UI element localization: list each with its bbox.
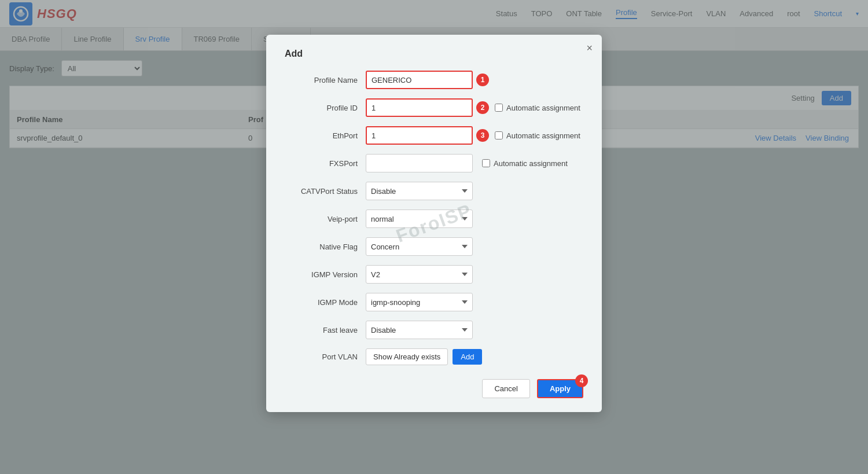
native-flag-select[interactable]: Concern No Concern [366,237,473,256]
catv-port-status-label: CATVPort Status [285,187,366,196]
fxs-port-label: FXSPort [285,159,366,168]
profile-id-label: Profile ID [285,104,366,112]
step-badge-1: 1 [476,74,489,86]
port-vlan-label: Port VLAN [285,352,366,361]
profile-name-row: Profile Name 1 [285,71,583,89]
profile-id-auto-assign: Automatic assignment [495,104,580,112]
add-vlan-button[interactable]: Add [453,349,482,365]
fast-leave-label: Fast leave [285,326,366,335]
fast-leave-select[interactable]: Disable Enable [366,321,473,339]
native-flag-row: Native Flag Concern No Concern [285,237,583,256]
eth-port-auto-assign: Automatic assignment [495,131,580,140]
modal-footer: Cancel Apply 4 [285,379,583,398]
show-already-exists-button[interactable]: Show Already exists [366,348,448,365]
step-badge-4: 4 [575,374,588,387]
catv-port-status-select[interactable]: Disable Enable [366,182,473,200]
modal-overlay: Add × ForoISP Profile Name 1 Profile ID … [0,0,868,474]
eth-port-input[interactable] [366,126,473,145]
modal-title: Add [285,49,583,59]
port-vlan-row: Port VLAN Show Already exists Add [285,348,583,365]
veip-port-label: Veip-port [285,215,366,223]
fxs-port-row: FXSPort Automatic assignment [285,154,583,172]
eth-port-auto-label: Automatic assignment [506,131,580,140]
fxs-port-auto-label: Automatic assignment [494,159,568,168]
veip-port-row: Veip-port normal [285,210,583,228]
step-badge-2: 2 [476,101,489,114]
eth-port-auto-checkbox[interactable] [495,131,503,139]
igmp-version-row: IGMP Version V2 V3 [285,265,583,284]
igmp-version-label: IGMP Version [285,270,366,279]
step-badge-3: 3 [476,129,489,142]
fxs-port-auto-checkbox[interactable] [482,159,490,167]
catv-port-status-row: CATVPort Status Disable Enable [285,182,583,200]
igmp-mode-row: IGMP Mode igmp-snooping igmp-proxy [285,293,583,311]
modal-close-button[interactable]: × [586,43,593,53]
native-flag-label: Native Flag [285,242,366,251]
profile-id-auto-checkbox[interactable] [495,104,503,112]
fast-leave-row: Fast leave Disable Enable [285,321,583,339]
cancel-button[interactable]: Cancel [482,379,529,398]
igmp-mode-label: IGMP Mode [285,298,366,307]
profile-name-input[interactable] [366,71,473,89]
add-modal: Add × ForoISP Profile Name 1 Profile ID … [266,35,602,412]
igmp-mode-select[interactable]: igmp-snooping igmp-proxy [366,293,473,311]
fxs-port-input[interactable] [366,154,473,172]
profile-id-row: Profile ID 2 Automatic assignment [285,98,583,117]
veip-port-select[interactable]: normal [366,210,473,228]
port-vlan-group: Show Already exists Add [366,348,482,365]
igmp-version-select[interactable]: V2 V3 [366,265,473,284]
profile-name-label: Profile Name [285,76,366,84]
eth-port-row: EthPort 3 Automatic assignment [285,126,583,145]
profile-id-auto-label: Automatic assignment [506,104,580,112]
eth-port-label: EthPort [285,131,366,140]
fxs-port-auto-assign: Automatic assignment [482,159,568,168]
profile-id-input[interactable] [366,98,473,117]
